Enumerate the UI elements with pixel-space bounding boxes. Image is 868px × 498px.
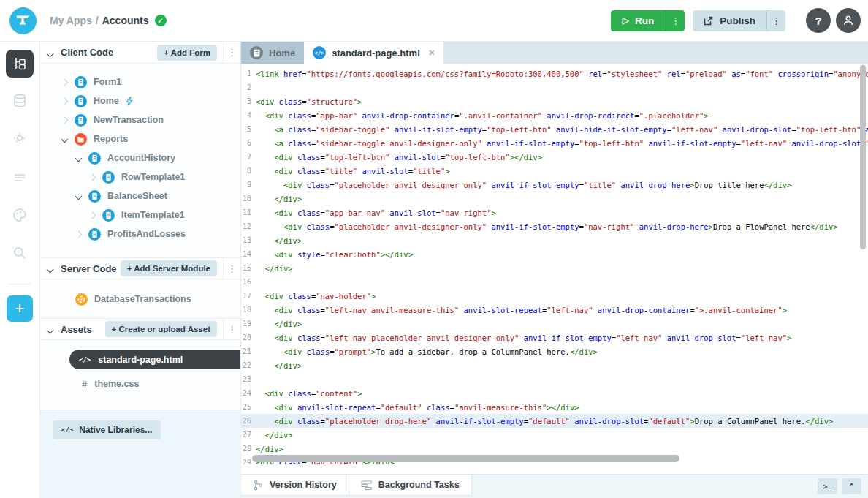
asset-item-standard-page[interactable]: </> standard-page.html: [69, 350, 240, 369]
tree-item-reports[interactable]: Reports: [40, 129, 240, 148]
collapse-panel-button[interactable]: ^: [842, 478, 861, 494]
tree-item-label: Reports: [94, 134, 128, 144]
code-editor[interactable]: 1<link href="https://fonts.googleapis.co…: [241, 64, 868, 464]
background-tasks-button[interactable]: Background Tasks: [349, 475, 472, 496]
tree-item-database-transactions[interactable]: DatabaseTransactions: [40, 290, 240, 309]
line-number: 7: [241, 153, 251, 161]
code-line[interactable]: 2: [241, 80, 868, 94]
code-line[interactable]: 20 <div class="left-nav-placeholder anvi…: [241, 331, 868, 344]
code-line[interactable]: 23: [241, 372, 868, 386]
code-line[interactable]: 9 <div class="placeholder anvil-designer…: [241, 178, 868, 192]
version-history-button[interactable]: Version History: [241, 475, 349, 496]
vertical-scrollbar[interactable]: [860, 65, 866, 249]
code-line[interactable]: 24 <div class="content">: [241, 386, 868, 400]
assets-menu-button[interactable]: ⋮: [223, 319, 240, 339]
code-line[interactable]: 19 </div>: [241, 317, 868, 331]
run-button[interactable]: ▷ Run ⋮: [611, 10, 685, 31]
anvil-logo-icon[interactable]: [9, 7, 37, 34]
horizontal-scrollbar[interactable]: [252, 455, 679, 462]
assets-header[interactable]: Assets + Create or upload Asset ⋮: [40, 318, 240, 340]
breadcrumb-my-apps[interactable]: My Apps: [50, 15, 92, 26]
code-line[interactable]: 28</div>: [241, 442, 868, 456]
chevron-down-icon[interactable]: [75, 192, 83, 200]
tree-item-newtransaction[interactable]: NewTransaction: [40, 110, 240, 129]
tree-item-itemtemplate1[interactable]: ItemTemplate1: [40, 205, 240, 225]
code-line[interactable]: 6 <a class="sidebar-toggle anvil-designe…: [241, 136, 868, 150]
chevron-down-icon[interactable]: [47, 266, 54, 273]
code-line-text: </div>: [256, 445, 283, 453]
code-line[interactable]: 17 <div class="nav-holder">: [241, 289, 868, 303]
help-button[interactable]: ?: [806, 8, 831, 33]
code-line[interactable]: 8 <div class="title" anvil-slot="title">: [241, 164, 868, 178]
add-component-button[interactable]: +: [7, 295, 33, 322]
chevron-right-icon[interactable]: [75, 230, 83, 238]
server-code-menu-button[interactable]: ⋮: [223, 258, 240, 279]
tab-home[interactable]: Home: [241, 42, 304, 64]
rail-item-search[interactable]: [11, 244, 28, 262]
terminal-button[interactable]: >_: [818, 478, 837, 494]
rail-item-settings[interactable]: [11, 129, 28, 147]
app-browser-panel: Client Code + Add Form ⋮ Form1HomeNewTra…: [40, 42, 241, 498]
tree-item-accounthistory[interactable]: AccountHistory: [40, 148, 240, 167]
rail-item-database[interactable]: [11, 92, 28, 110]
code-line[interactable]: 11 <div class="app-bar-nav" anvil-slot="…: [241, 205, 868, 219]
code-line-text: <a class="sidebar-toggle" anvil-if-slot-…: [256, 125, 868, 134]
code-line-text: <div class="app-bar" anvil-drop-containe…: [256, 111, 709, 120]
line-number: 29: [241, 459, 251, 464]
asset-label: theme.css: [94, 379, 139, 389]
publish-button[interactable]: Publish ⋮: [693, 10, 785, 31]
add-server-module-button[interactable]: + Add Server Module: [121, 260, 217, 276]
code-line[interactable]: 21 <div class="prompt">To add a sidebar,…: [241, 344, 868, 358]
code-line[interactable]: 26 <div class="placeholder drop-here" an…: [241, 414, 868, 428]
chevron-right-icon[interactable]: [61, 97, 69, 105]
code-line[interactable]: 13 </div>: [241, 233, 868, 247]
close-tab-icon[interactable]: ×: [429, 47, 435, 59]
create-upload-asset-button[interactable]: + Create or upload Asset: [105, 321, 217, 337]
run-options-button[interactable]: ⋮: [666, 10, 685, 31]
rail-item-app-browser[interactable]: [6, 50, 34, 78]
code-line[interactable]: 22 </div>: [241, 358, 868, 372]
chevron-down-icon[interactable]: [47, 50, 54, 57]
tree-item-label: RowTemplate1: [121, 172, 185, 182]
tree-item-rowtemplate1[interactable]: RowTemplate1: [40, 167, 240, 186]
code-line[interactable]: 12 <div class="placeholder anvil-designe…: [241, 219, 868, 233]
code-line[interactable]: 18 <div class="left-nav anvil-measure-th…: [241, 303, 868, 317]
chevron-down-icon[interactable]: [75, 154, 83, 162]
code-line[interactable]: 14 <div style="clear:both"></div>: [241, 247, 868, 261]
code-line[interactable]: 3<div class="structure">: [241, 94, 868, 108]
line-number: 13: [241, 236, 251, 244]
publish-options-button[interactable]: ⋮: [766, 10, 785, 31]
tree-item-home[interactable]: Home: [40, 91, 240, 110]
code-line[interactable]: 5 <a class="sidebar-toggle" anvil-if-slo…: [241, 122, 868, 136]
code-line[interactable]: 25 <div anvil-slot-repeat="default" clas…: [241, 400, 868, 414]
client-code-menu-button[interactable]: ⋮: [223, 42, 240, 63]
tab-standard-page[interactable]: </> standard-page.html ×: [304, 42, 443, 64]
code-line-text: <div class="title" anvil-slot="title">: [256, 167, 450, 176]
chevron-right-icon[interactable]: [89, 173, 96, 181]
code-line[interactable]: 16: [241, 275, 868, 289]
code-line[interactable]: 7 <div class="top-left-btn" anvil-slot="…: [241, 150, 868, 164]
rail-item-outline[interactable]: [11, 169, 28, 186]
chevron-right-icon[interactable]: [89, 211, 96, 219]
native-libraries-button[interactable]: </> Native Libraries...: [53, 420, 161, 439]
tree-item-balancesheet[interactable]: BalanceSheet: [40, 186, 240, 205]
line-number: 11: [241, 208, 251, 216]
code-line[interactable]: 27 </div>: [241, 428, 868, 442]
account-button[interactable]: [836, 8, 861, 33]
code-line[interactable]: 1<link href="https://fonts.googleapis.co…: [241, 67, 868, 80]
chevron-down-icon[interactable]: [47, 327, 54, 334]
client-code-header[interactable]: Client Code + Add Form ⋮: [40, 42, 240, 64]
chevron-down-icon[interactable]: [61, 135, 69, 143]
asset-item-theme-css[interactable]: # theme.css: [82, 375, 139, 393]
tree-item-profitsandlosses[interactable]: ProfitsAndLosses: [40, 225, 240, 244]
line-number: 21: [241, 347, 251, 355]
add-form-button[interactable]: + Add Form: [157, 45, 217, 61]
chevron-right-icon[interactable]: [61, 78, 69, 86]
server-code-header[interactable]: Server Code + Add Server Module ⋮: [40, 257, 240, 279]
code-line[interactable]: 4 <div class="app-bar" anvil-drop-contai…: [241, 108, 868, 122]
code-line[interactable]: 15 </div>: [241, 261, 868, 275]
code-line[interactable]: 10 </div>: [241, 192, 868, 205]
chevron-right-icon[interactable]: [61, 116, 69, 124]
tree-item-form1[interactable]: Form1: [40, 72, 240, 91]
rail-item-theme[interactable]: [11, 206, 28, 224]
